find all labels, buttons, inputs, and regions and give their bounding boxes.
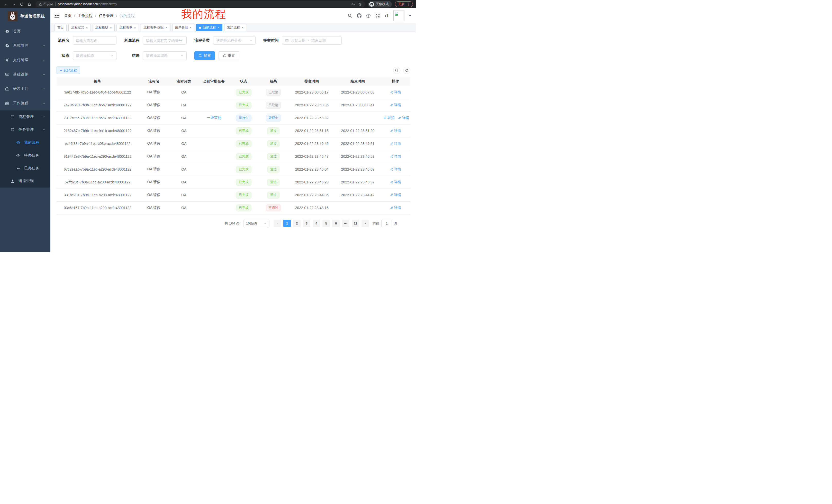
sidebar-item-done-task[interactable]: 已办任务 bbox=[0, 162, 50, 175]
page-button-5[interactable]: 5 bbox=[322, 220, 330, 227]
close-icon[interactable]: × bbox=[134, 26, 136, 30]
tab-首页[interactable]: 首页 bbox=[54, 24, 67, 31]
tab-流程模型[interactable]: 流程模型× bbox=[93, 24, 115, 31]
sidebar-item-workflow[interactable]: 工作流程 bbox=[0, 96, 50, 110]
tab-发起流程[interactable]: 发起流程× bbox=[224, 24, 246, 31]
logo-row[interactable]: 芋道管理系统 bbox=[0, 8, 50, 24]
sidebar-item-infra[interactable]: 基础设施 bbox=[0, 67, 50, 82]
process-name-input[interactable] bbox=[73, 36, 116, 45]
sidebar-item-home[interactable]: 首页 bbox=[0, 24, 50, 38]
sidebar-item-label: 支付管理 bbox=[13, 58, 43, 62]
page-button-4[interactable]: 4 bbox=[313, 220, 320, 227]
process-category-select[interactable]: 请选择流程分类 bbox=[213, 36, 256, 45]
browser-menu-icon[interactable]: ⋮ bbox=[407, 2, 410, 6]
close-icon[interactable]: × bbox=[242, 26, 244, 30]
next-page-button[interactable]: › bbox=[362, 220, 369, 227]
tab-label: 首页 bbox=[57, 25, 64, 30]
result-badge: 处理中 bbox=[266, 115, 281, 121]
tab-流程表单-编辑[interactable]: 流程表单-编辑× bbox=[141, 24, 171, 31]
detail-link[interactable]: 详情 bbox=[390, 193, 401, 197]
close-icon[interactable]: × bbox=[165, 26, 167, 30]
detail-link[interactable]: 详情 bbox=[398, 116, 409, 120]
cancel-link[interactable]: 取消 bbox=[383, 116, 394, 120]
cell-status: 已完成 bbox=[229, 99, 258, 111]
detail-link[interactable]: 详情 bbox=[390, 180, 401, 185]
page-size-select[interactable]: 10条/页 bbox=[243, 220, 269, 227]
search-icon[interactable] bbox=[347, 13, 353, 18]
sidebar-item-todo-task[interactable]: 待办任务 bbox=[0, 149, 50, 162]
process-definition-input[interactable] bbox=[143, 36, 187, 45]
page-goto-input[interactable] bbox=[381, 220, 392, 227]
font-size-icon[interactable]: TT bbox=[385, 13, 389, 18]
detail-link[interactable]: 详情 bbox=[390, 103, 401, 107]
detail-link[interactable]: 详情 bbox=[390, 129, 401, 133]
tab-流程表单[interactable]: 流程表单× bbox=[116, 24, 139, 31]
breadcrumb-workflow[interactable]: 工作流程 bbox=[78, 13, 93, 18]
cell-status: 已完成 bbox=[229, 163, 258, 176]
avatar[interactable] bbox=[393, 10, 405, 21]
password-key-icon[interactable] bbox=[351, 2, 355, 6]
browser-update-button[interactable]: 更新 ⋮ bbox=[395, 1, 413, 7]
address-bar[interactable]: 不安全 dashboard.yudao.iocoder.cn/bpm/task/… bbox=[35, 1, 365, 7]
dashboard-icon bbox=[5, 29, 9, 34]
help-icon[interactable] bbox=[366, 13, 371, 18]
result-badge: 通过 bbox=[267, 128, 280, 134]
avatar-caret-icon[interactable] bbox=[409, 15, 411, 17]
sidebar-item-system[interactable]: 系统管理 bbox=[0, 38, 50, 53]
page-button-2[interactable]: 2 bbox=[293, 220, 301, 227]
result-select[interactable]: 请选择流结果 bbox=[143, 51, 187, 60]
refresh-button[interactable] bbox=[403, 67, 410, 74]
prev-page-button[interactable]: ‹ bbox=[274, 220, 281, 227]
reset-button[interactable]: 重置 bbox=[218, 51, 239, 60]
status-badge: 已完成 bbox=[236, 153, 252, 160]
breadcrumb-task-mgmt[interactable]: 任务管理 bbox=[99, 13, 114, 18]
home-icon[interactable] bbox=[26, 1, 32, 7]
submit-time-range[interactable]: 开始日期 - 结束日期 bbox=[282, 36, 342, 45]
tab-我的流程[interactable]: 我的流程× bbox=[196, 24, 223, 31]
current-task-link[interactable]: 一级审批 bbox=[207, 116, 221, 120]
table-header-row: 编号流程名流程分类当前审批任务状态结果提交时间结束时间操作 bbox=[57, 77, 410, 86]
back-icon[interactable]: ← bbox=[3, 1, 9, 7]
detail-link[interactable]: 详情 bbox=[390, 90, 401, 94]
sidebar-item-task-mgmt[interactable]: 任务管理 bbox=[0, 123, 50, 136]
process-table: 编号流程名流程分类当前审批任务状态结果提交时间结束时间操作 3ad174fb-7… bbox=[57, 77, 410, 215]
github-icon[interactable] bbox=[357, 13, 362, 18]
close-icon[interactable]: × bbox=[217, 26, 219, 30]
page: ← → 不安全 dashboard.yudao.iocoder.cn/bpm/t… bbox=[0, 0, 416, 252]
forward-icon[interactable]: → bbox=[11, 1, 17, 7]
sidebar-item-leave-query[interactable]: 请假查询 bbox=[0, 175, 50, 188]
sidebar-item-payment[interactable]: 支付管理 bbox=[0, 53, 50, 67]
close-icon[interactable]: × bbox=[110, 26, 112, 30]
search-button[interactable]: 搜索 bbox=[194, 51, 215, 60]
detail-link[interactable]: 详情 bbox=[390, 154, 401, 159]
cell-result: 已取消 bbox=[258, 99, 288, 111]
show-search-button[interactable] bbox=[393, 67, 400, 74]
detail-link[interactable]: 详情 bbox=[390, 205, 401, 210]
breadcrumb-home[interactable]: 首页 bbox=[64, 13, 72, 18]
sidebar-item-process-mgmt[interactable]: 流程管理 bbox=[0, 110, 50, 123]
page-button-11[interactable]: 11 bbox=[352, 220, 359, 227]
sidebar-collapse-icon[interactable] bbox=[54, 13, 59, 18]
sidebar-item-my-process[interactable]: 我的流程 bbox=[0, 136, 50, 149]
sidebar-item-devtools[interactable]: 研发工具 bbox=[0, 82, 50, 96]
create-process-button[interactable]: + 发起流程 bbox=[57, 66, 80, 74]
page-button-3[interactable]: 3 bbox=[303, 220, 310, 227]
column-header: 流程名 bbox=[138, 77, 169, 86]
sidebar-item-label: 请假查询 bbox=[19, 179, 46, 184]
page-button-1[interactable]: 1 bbox=[283, 220, 291, 227]
status-select[interactable]: 请选择状态 bbox=[73, 51, 116, 60]
detail-link[interactable]: 详情 bbox=[390, 141, 401, 146]
detail-link[interactable]: 详情 bbox=[390, 167, 401, 172]
tab-用户分组[interactable]: 用户分组× bbox=[172, 24, 194, 31]
close-icon[interactable]: × bbox=[86, 26, 88, 30]
close-icon[interactable]: × bbox=[190, 26, 192, 30]
reload-icon[interactable] bbox=[19, 1, 25, 7]
bookmark-star-icon[interactable] bbox=[357, 2, 362, 6]
page-content: 流程名 所属流程 流程分类 请选择流程分类 bbox=[50, 32, 416, 252]
tab-流程定义[interactable]: 流程定义× bbox=[69, 24, 91, 31]
fullscreen-icon[interactable] bbox=[375, 13, 380, 18]
page-button-...[interactable]: ••• bbox=[342, 220, 349, 227]
security-warning[interactable]: 不安全 bbox=[38, 2, 53, 6]
page-button-6[interactable]: 6 bbox=[332, 220, 340, 227]
column-header: 结果 bbox=[258, 77, 288, 86]
